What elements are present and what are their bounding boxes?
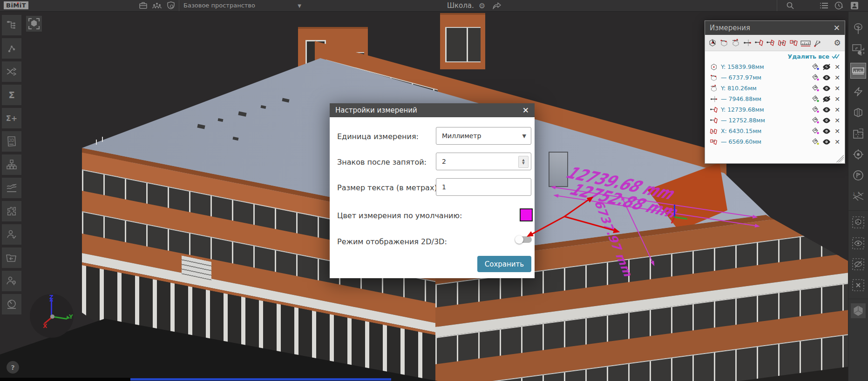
tool-selection-box-show[interactable] xyxy=(851,236,866,251)
close-icon[interactable]: ✕ xyxy=(834,23,840,33)
measurement-value[interactable]: — 6569.60мм xyxy=(721,138,808,145)
eye-icon[interactable] xyxy=(822,139,831,145)
color-fill-icon[interactable] xyxy=(811,63,820,70)
tool-solid-cube[interactable] xyxy=(851,303,866,318)
tool-shuffle-links[interactable] xyxy=(2,61,21,82)
measurement-value[interactable]: X: 6430.15мм xyxy=(721,127,808,134)
workspace-selector[interactable]: Базовое пространство xyxy=(183,0,255,11)
menu-list-icon[interactable] xyxy=(819,1,829,10)
tool-selection-box-hide[interactable] xyxy=(851,257,866,272)
measurement-value[interactable]: Y: 810.26мм xyxy=(721,85,808,92)
tool-compare-versions[interactable]: 12 xyxy=(851,189,866,204)
measurement-value[interactable]: — 6737.97мм xyxy=(721,74,808,81)
eye-icon[interactable] xyxy=(822,86,831,91)
eye-off-icon[interactable] xyxy=(822,64,831,70)
decimals-input[interactable]: 2 ▲▼ xyxy=(436,153,531,170)
delete-row-icon[interactable]: ✕ xyxy=(834,74,841,81)
number-spinner[interactable]: ▲▼ xyxy=(518,156,529,168)
help-button[interactable]: ? xyxy=(7,361,19,374)
fit-view-button[interactable] xyxy=(26,16,42,32)
tool-gauge[interactable] xyxy=(2,294,21,314)
eye-icon[interactable] xyxy=(822,107,831,113)
tool-plugin-puzzle[interactable] xyxy=(2,201,21,221)
tool-locate-target[interactable] xyxy=(851,147,866,162)
tool-selection-box-clear[interactable] xyxy=(851,278,866,293)
gear-icon[interactable]: ⚙ xyxy=(477,1,487,10)
measurement-value[interactable]: Y: 12739.68мм xyxy=(721,106,808,113)
color-fill-icon[interactable] xyxy=(811,95,820,102)
app-logo[interactable]: BiMiT xyxy=(4,1,28,9)
measure-settings-gear-icon[interactable]: ⚙ xyxy=(832,37,843,49)
navigation-gizmo[interactable]: Z Y X xyxy=(30,294,74,338)
tool-clash-lightning[interactable] xyxy=(851,84,866,99)
color-fill-icon[interactable] xyxy=(811,74,820,81)
tool-sum-sigma[interactable]: Σ xyxy=(2,85,21,105)
tool-selection-screens[interactable] xyxy=(851,42,866,57)
measure-point-plane-normal-icon[interactable] xyxy=(765,37,776,49)
measurements-panel-header[interactable]: Измерения ✕ xyxy=(705,21,845,35)
color-fill-icon[interactable] xyxy=(811,138,820,145)
default-color-swatch[interactable] xyxy=(520,208,533,221)
panel-resize-handle[interactable] xyxy=(836,155,844,162)
delete-row-icon[interactable]: ✕ xyxy=(834,106,841,114)
spinner-down-icon[interactable]: ▼ xyxy=(522,162,524,165)
delete-row-icon[interactable]: ✕ xyxy=(834,117,841,124)
delete-row-icon[interactable]: ✕ xyxy=(834,85,841,92)
color-fill-icon[interactable] xyxy=(811,117,820,124)
tool-floor-plan[interactable] xyxy=(851,126,866,141)
tool-folder-export[interactable] xyxy=(2,247,21,268)
measure-plane-plane-icon[interactable] xyxy=(777,37,788,49)
delete-row-icon[interactable]: ✕ xyxy=(834,127,841,135)
save-button[interactable]: Сохранить xyxy=(477,256,531,272)
delete-all-link[interactable]: Удалить все xyxy=(788,53,829,60)
tool-measurements-ruler[interactable] xyxy=(851,63,866,78)
eye-icon[interactable] xyxy=(822,75,831,80)
tool-section-cube[interactable] xyxy=(851,105,866,120)
tool-doc-2d[interactable]: 2D xyxy=(2,131,21,152)
text-size-input[interactable]: 1 xyxy=(436,178,531,196)
color-fill-icon[interactable] xyxy=(811,85,820,92)
measurement-value[interactable]: Y: 15839.98мм xyxy=(721,63,808,70)
briefcase-icon[interactable] xyxy=(138,1,148,10)
modal-header[interactable]: Настройки измерений ✕ xyxy=(330,103,535,117)
account-icon[interactable] xyxy=(849,1,860,10)
delete-row-icon[interactable]: ✕ xyxy=(834,138,841,146)
color-fill-icon[interactable] xyxy=(811,127,820,134)
measure-box-plane-icon[interactable] xyxy=(788,37,800,49)
color-fill-icon[interactable] xyxy=(811,106,820,113)
measure-ruler-icon[interactable] xyxy=(800,37,811,49)
tool-sum-sigma-plus[interactable]: Σ+ xyxy=(2,108,21,128)
notifications-icon[interactable] xyxy=(834,1,844,10)
tool-user-check[interactable] xyxy=(2,224,21,245)
measure-face-icon[interactable] xyxy=(730,37,741,49)
toggle-knob[interactable] xyxy=(515,235,523,244)
measure-vertex-icon[interactable] xyxy=(707,37,718,49)
tool-org-chart[interactable] xyxy=(2,154,21,175)
shield-icon[interactable] xyxy=(166,1,176,10)
tool-flag-marker[interactable] xyxy=(851,168,866,183)
delete-row-icon[interactable]: ✕ xyxy=(834,63,841,71)
tool-graph-nodes[interactable] xyxy=(2,38,21,59)
measurement-value[interactable]: — 7946.88мм xyxy=(721,95,808,102)
share-icon[interactable] xyxy=(492,1,502,10)
measure-angle-icon[interactable] xyxy=(812,37,823,49)
eye-icon[interactable] xyxy=(822,118,831,123)
measure-point-plane-icon[interactable] xyxy=(753,37,765,49)
tool-user-location[interactable] xyxy=(2,271,21,291)
tool-model-tree[interactable] xyxy=(2,15,21,35)
tool-scene-tree[interactable] xyxy=(851,21,866,36)
measure-edge-icon[interactable] xyxy=(719,37,730,49)
double-check-icon[interactable] xyxy=(832,53,840,59)
tool-selection-box-cube[interactable] xyxy=(851,215,866,230)
delete-row-icon[interactable]: ✕ xyxy=(834,95,841,103)
eye-off-icon[interactable] xyxy=(822,96,831,102)
eye-icon[interactable] xyxy=(822,128,831,134)
caret-down-icon[interactable]: ▼ xyxy=(294,1,305,10)
measurement-value[interactable]: — 12752.88мм xyxy=(721,117,808,124)
tool-chart-lines[interactable] xyxy=(2,178,21,198)
close-icon[interactable]: ✕ xyxy=(522,106,529,115)
unit-select[interactable]: Миллиметр ▼ xyxy=(436,127,531,145)
measure-axis-distance-icon[interactable] xyxy=(742,37,753,49)
search-icon[interactable] xyxy=(785,1,795,10)
team-icon[interactable] xyxy=(152,1,162,10)
